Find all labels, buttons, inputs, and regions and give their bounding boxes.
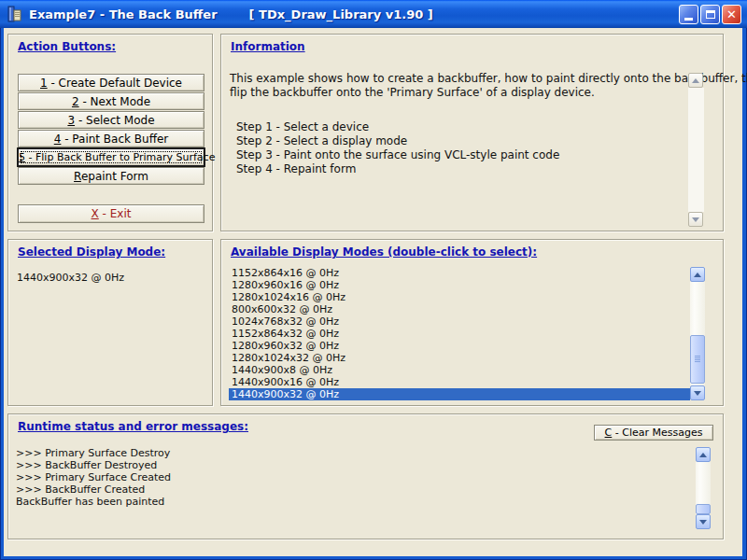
- arrow-down-icon: [694, 391, 701, 396]
- list-item[interactable]: 1440x900x16 @ 0Hz: [229, 376, 690, 388]
- window-controls: ✕: [679, 5, 741, 24]
- modes-scrollbar[interactable]: [690, 267, 705, 400]
- available-modes-heading: Available Display Modes (double-click to…: [231, 245, 537, 259]
- scrollbar-thumb[interactable]: [690, 335, 705, 384]
- title-bar[interactable]: Example7 - The Back Buffer [ TDx_Draw_Li…: [0, 0, 747, 28]
- thumb-grip-icon: [695, 356, 700, 362]
- log-scrollbar[interactable]: [696, 447, 711, 529]
- scroll-up-button[interactable]: [690, 267, 705, 282]
- accel-char: X: [92, 207, 99, 220]
- selected-mode-value: 1440x900x32 @ 0Hz: [17, 272, 124, 284]
- flip-back-buffer-button[interactable]: 5 - Flip Back Buffer to Primary Surface: [18, 148, 204, 166]
- button-label: - Exit: [99, 207, 132, 220]
- window-title-main: Example7 - The Back Buffer: [29, 7, 218, 21]
- action-buttons-panel: Action Buttons: 1 - Create Default Devic…: [7, 34, 213, 231]
- arrow-up-icon: [692, 78, 699, 83]
- runtime-status-heading: Runtime status and error messages:: [18, 420, 248, 433]
- paint-back-buffer-button[interactable]: 4 - Paint Back Buffer: [18, 130, 204, 147]
- scroll-up-button[interactable]: [696, 447, 711, 462]
- info-line: flip the backbuffer onto the 'Primary Su…: [230, 86, 682, 100]
- minimize-icon: [684, 18, 693, 21]
- window-title: Example7 - The Back Buffer [ TDx_Draw_Li…: [29, 7, 433, 21]
- app-icon: [7, 6, 23, 22]
- log-line: >>> Primary Surface Destroy: [16, 447, 691, 459]
- info-step: Step 4 - Repaint form: [236, 162, 682, 176]
- arrow-up-icon: [699, 453, 707, 457]
- accel-char: 1: [40, 77, 48, 90]
- exit-button[interactable]: X - Exit: [18, 204, 204, 223]
- log-line: >>> BackBuffer Destroyed: [16, 459, 691, 471]
- minimize-button[interactable]: [679, 5, 698, 24]
- scroll-up-button[interactable]: [688, 73, 703, 88]
- scroll-down-button[interactable]: [688, 212, 703, 227]
- list-item[interactable]: 1440x900x8 @ 0Hz: [229, 364, 690, 376]
- scroll-down-button[interactable]: [690, 385, 705, 400]
- arrow-down-icon: [699, 520, 707, 525]
- runtime-status-panel: Runtime status and error messages: C - C…: [7, 413, 724, 539]
- button-label: - Next Mode: [79, 95, 150, 108]
- list-item[interactable]: 1280x1024x16 @ 0Hz: [229, 291, 690, 303]
- scrollbar-track[interactable]: [688, 88, 704, 212]
- available-modes-panel: Available Display Modes (double-click to…: [220, 239, 724, 406]
- information-paragraph: This example shows how to create a backb…: [230, 72, 682, 100]
- button-label: epaint Form: [81, 170, 148, 183]
- selected-mode-heading: Selected Display Mode:: [18, 245, 165, 259]
- info-step: Step 1 - Select a device: [236, 120, 682, 134]
- app-window: Example7 - The Back Buffer [ TDx_Draw_Li…: [0, 0, 747, 560]
- log-line: >>> BackBuffer Created: [16, 483, 691, 496]
- list-item[interactable]: 1152x864x16 @ 0Hz: [229, 267, 690, 279]
- information-steps: Step 1 - Select a device Step 2 - Select…: [236, 120, 682, 176]
- maximize-icon: [706, 10, 715, 19]
- create-default-device-button[interactable]: 1 - Create Default Device: [18, 74, 204, 91]
- list-item[interactable]: 1152x864x32 @ 0Hz: [229, 328, 690, 340]
- button-label: - Create Default Device: [48, 77, 182, 90]
- action-buttons-heading: Action Buttons:: [18, 40, 116, 53]
- close-icon: ✕: [726, 8, 737, 21]
- accel-char: 3: [67, 114, 75, 127]
- list-item[interactable]: 1024x768x32 @ 0Hz: [229, 315, 690, 328]
- next-mode-button[interactable]: 2 - Next Mode: [18, 92, 204, 110]
- button-label: - Paint Back Buffer: [61, 133, 168, 146]
- accel-char: R: [74, 170, 81, 183]
- clear-messages-button[interactable]: C - Clear Messages: [594, 425, 713, 441]
- select-mode-button[interactable]: 3 - Select Mode: [18, 111, 204, 129]
- display-modes-rows: 1152x864x16 @ 0Hz 1280x960x16 @ 0Hz 1280…: [229, 267, 690, 399]
- info-step: Step 2 - Select a display mode: [236, 134, 682, 148]
- list-item[interactable]: 800x600x32 @ 0Hz: [229, 303, 690, 315]
- button-label: - Flip Back Buffer to Primary Surface: [25, 151, 215, 163]
- information-heading: Information: [231, 40, 305, 53]
- selected-mode-panel: Selected Display Mode: 1440x900x32 @ 0Hz: [7, 239, 213, 406]
- list-item-selected[interactable]: 1440x900x32 @ 0Hz: [229, 388, 690, 400]
- button-label: - Clear Messages: [612, 427, 702, 439]
- list-item[interactable]: 1280x960x16 @ 0Hz: [229, 279, 690, 291]
- list-item[interactable]: 1280x1024x32 @ 0Hz: [229, 352, 690, 364]
- runtime-log: >>> Primary Surface Destroy >>> BackBuff…: [16, 447, 691, 508]
- arrow-up-icon: [694, 273, 701, 277]
- list-item[interactable]: 1280x960x32 @ 0Hz: [229, 340, 690, 352]
- display-modes-listbox[interactable]: 1152x864x16 @ 0Hz 1280x960x16 @ 0Hz 1280…: [229, 267, 705, 399]
- info-line: This example shows how to create a backb…: [230, 72, 682, 86]
- info-step: Step 3 - Paint onto the surface using VC…: [236, 148, 682, 162]
- button-label: - Select Mode: [75, 114, 155, 127]
- log-line: BackBuffer has been painted: [16, 496, 691, 508]
- log-line: >>> Primary Surface Created: [16, 471, 691, 483]
- arrow-down-icon: [692, 217, 699, 222]
- information-panel: Information This example shows how to cr…: [220, 34, 724, 231]
- scroll-down-button[interactable]: [696, 514, 711, 529]
- client-area: Action Buttons: 1 - Create Default Devic…: [4, 28, 742, 556]
- window-title-suffix: [ TDx_Draw_Library v1.90 ]: [249, 7, 433, 21]
- accel-char: 2: [72, 95, 79, 108]
- maximize-button[interactable]: [700, 5, 720, 24]
- close-button[interactable]: ✕: [722, 5, 741, 24]
- info-scrollbar[interactable]: [688, 73, 704, 227]
- repaint-form-button[interactable]: Repaint Form: [18, 167, 204, 185]
- scrollbar-thumb[interactable]: [696, 504, 711, 514]
- accel-char: 5: [19, 151, 25, 163]
